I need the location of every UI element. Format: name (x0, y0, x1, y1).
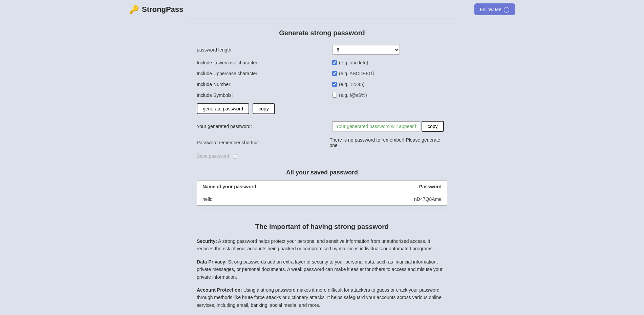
lowercase-control: (e.g. abcdefg) (332, 60, 447, 65)
shortcut-label: Password remember shortcut: (197, 140, 330, 145)
uppercase-example: (e.g. ABCDEFG) (339, 71, 374, 76)
generated-password-label: Your generated password: (197, 124, 332, 129)
table-header-row: Name of your password Password (197, 181, 447, 193)
info-section: The important of having strong password … (197, 223, 447, 315)
passwords-table: Name of your password Password hello nD4… (197, 180, 447, 206)
lowercase-example: (e.g. abcdefg) (339, 60, 368, 65)
number-label: Include Number: (197, 82, 332, 87)
info-paragraphs: Security: A strong password helps protec… (197, 237, 447, 309)
number-row: Include Number: (e.g. 12345) (197, 82, 447, 87)
info-paragraph: Security: A strong password helps protec… (197, 237, 447, 253)
shortcut-row: Password remember shortcut: There is no … (197, 137, 447, 148)
col-password-header: Password (354, 181, 447, 193)
password-length-label: password length: (197, 47, 332, 52)
generated-password-input[interactable] (332, 121, 420, 131)
symbols-row: Include Symbols: (e.g. !@#$%) (197, 92, 447, 98)
bottom-divider (197, 216, 447, 216)
copy-button[interactable]: copy (253, 103, 275, 114)
generated-password-group: copy (332, 121, 444, 132)
col-name-header: Name of your password (197, 181, 354, 193)
lowercase-checkbox[interactable] (332, 60, 337, 65)
symbols-checkbox[interactable] (332, 93, 337, 98)
password-length-row: password length: 6 8 10 12 16 20 24 32 (197, 45, 447, 55)
password-length-control: 6 8 10 12 16 20 24 32 (332, 45, 447, 55)
saved-passwords-title: All your saved password (197, 169, 447, 176)
generate-password-button[interactable]: generate password (197, 103, 249, 114)
follow-me-label: Follow Me (480, 7, 501, 12)
copy-result-button[interactable]: copy (422, 121, 444, 132)
save-checkbox[interactable] (233, 154, 237, 159)
github-icon: ◯ (503, 6, 510, 13)
number-control: (e.g. 12345) (332, 82, 447, 87)
logo-text: StrongPass (142, 5, 183, 14)
number-checkbox[interactable] (332, 82, 337, 87)
saved-passwords-section: All your saved password Name of your pas… (197, 169, 447, 206)
symbols-example: (e.g. !@#$%) (339, 92, 367, 98)
symbols-control: (e.g. !@#$%) (332, 92, 447, 98)
action-buttons-row: generate password copy (197, 103, 447, 114)
table-body: hello nD47Q8Ame (197, 193, 447, 206)
table-row: hello nD47Q8Ame (197, 193, 447, 206)
uppercase-checkbox[interactable] (332, 71, 337, 76)
uppercase-label: Include Uppercase character: (197, 71, 332, 76)
table-head: Name of your password Password (197, 181, 447, 193)
key-icon: 🔑 (129, 5, 139, 14)
follow-me-button[interactable]: Follow Me ◯ (474, 3, 515, 15)
lowercase-row: Include Lowercase character: (e.g. abcde… (197, 60, 447, 65)
number-example: (e.g. 12345) (339, 82, 365, 87)
symbols-label: Include Symbols: (197, 92, 332, 98)
uppercase-control: (e.g. ABCDEFG) (332, 71, 447, 76)
info-paragraph: Data Privacy: Strong passwords add an ex… (197, 258, 447, 281)
header: 🔑 StrongPass Follow Me ◯ (119, 0, 525, 19)
info-title: The important of having strong password (197, 223, 447, 231)
password-value-cell: nD47Q8Ame (354, 193, 447, 206)
lowercase-label: Include Lowercase character: (197, 60, 332, 65)
shortcut-value: There is no password to remember! Please… (330, 137, 447, 148)
uppercase-row: Include Uppercase character: (e.g. ABCDE… (197, 71, 447, 76)
logo: 🔑 StrongPass (129, 5, 183, 14)
password-name-cell: hello (197, 193, 354, 206)
info-paragraph: Account Protection: Using a strong passw… (197, 286, 447, 309)
save-label: Save password: (197, 153, 231, 159)
generated-password-row: Your generated password: copy (197, 121, 447, 132)
save-row: Save password: (197, 153, 447, 159)
generator-title: Generate strong password (197, 29, 447, 37)
main-content: Generate strong password password length… (187, 19, 457, 315)
password-length-select[interactable]: 6 8 10 12 16 20 24 32 (332, 45, 400, 55)
